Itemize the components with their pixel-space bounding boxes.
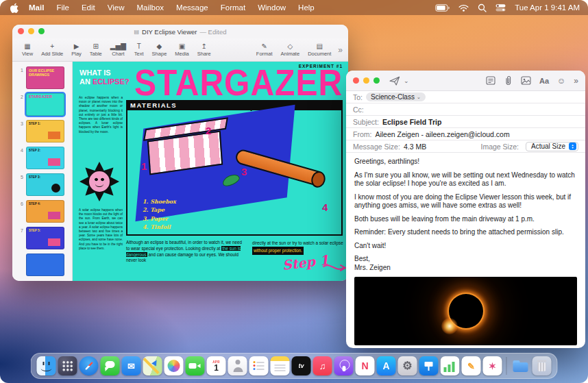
kn-tool-animate[interactable]: ◇ Animate — [277, 42, 304, 57]
kn-tool-media[interactable]: ▣ Media — [171, 42, 193, 57]
dock-icon-notes[interactable] — [271, 356, 290, 375]
kn-tool-view[interactable]: ▦ View — [18, 42, 37, 57]
wifi-icon[interactable] — [458, 4, 469, 12]
subject-field[interactable]: Subject: Eclipse Field Trip — [346, 116, 585, 128]
zoom-button[interactable] — [38, 28, 45, 34]
dock-icon-freeform[interactable]: ✶ — [483, 356, 502, 375]
kn-tool-play[interactable]: ▶ Play — [67, 42, 86, 57]
dock-icon-music[interactable]: ♫ — [313, 356, 332, 375]
kn-tool-text[interactable]: T Text — [130, 42, 148, 57]
sun-illustration — [79, 162, 119, 201]
body-paragraph: Greetings, earthlings! — [354, 158, 577, 166]
minimize-button[interactable] — [28, 28, 34, 34]
menu-format[interactable]: Format — [215, 3, 252, 12]
kn-tool-table[interactable]: ⊞ Table — [86, 42, 106, 57]
slide-canvas[interactable]: EXPERIMENT #1 WHAT IS AN ECLIPSE? STARGA… — [73, 62, 348, 281]
format-text-icon[interactable]: Aa — [539, 77, 549, 85]
dock-icon-safari[interactable] — [79, 356, 99, 375]
slide-thumb-5[interactable]: 5 STEP 3: — [12, 171, 72, 198]
slide-thumbnail[interactable]: STEP 5: — [26, 227, 64, 249]
dock-icon-tv[interactable]: tv — [292, 356, 311, 375]
minimize-button[interactable] — [363, 77, 369, 84]
body-paragraph: As I'm sure you all know, we will be set… — [354, 171, 577, 188]
slide-thumb-7[interactable]: 7 STEP 5: — [12, 225, 72, 251]
slide-thumbnail[interactable]: STEP 1: — [26, 120, 64, 143]
dock-icon-pages[interactable]: ✎ — [462, 356, 481, 375]
dock-icon-news[interactable]: N — [356, 356, 375, 375]
image-size-dropdown[interactable]: Actual Size ▲▼ — [526, 142, 578, 151]
dock-icon-contacts[interactable] — [228, 356, 247, 375]
recipient-token[interactable]: Science-Class ⌄ — [366, 92, 426, 101]
dock-icon-trash[interactable] — [532, 356, 552, 375]
dock-icon-app-store[interactable]: A — [377, 356, 396, 375]
dock-icon-mail[interactable]: ✉ — [122, 356, 141, 375]
dock-icon-messages[interactable] — [101, 356, 120, 375]
attach-icon[interactable] — [504, 75, 513, 86]
menu-view[interactable]: View — [101, 3, 131, 12]
menu-bar-clock[interactable]: Tue Apr 1 9:41 AM — [515, 3, 580, 12]
menu-window[interactable]: Window — [252, 3, 292, 12]
close-button[interactable] — [18, 28, 24, 34]
emoji-icon[interactable]: ☺ — [557, 76, 565, 86]
slide-thumb-4[interactable]: 4 STEP 2: — [12, 145, 72, 171]
dock-icon-keynote[interactable] — [419, 356, 439, 375]
eclipse-photo-attachment[interactable] — [354, 277, 577, 345]
slide-thumb-6[interactable]: 6 STEP 4: — [12, 198, 72, 225]
header-fields-icon[interactable] — [486, 76, 495, 85]
zoom-button[interactable] — [373, 77, 380, 84]
dock-icon-settings[interactable]: ⚙ — [398, 356, 417, 375]
kn-tool-chart[interactable]: ▂▅▇ Chart — [106, 42, 130, 57]
dock-icon-facetime[interactable] — [186, 356, 205, 375]
dock-icon-reminders[interactable] — [249, 356, 269, 375]
kn-tool-shape[interactable]: ◆ Shape — [148, 42, 171, 57]
kn-tool-share[interactable]: ↥ Share — [193, 42, 215, 57]
message-size-row: Message Size: 4.3 MB Image Size: Actual … — [346, 140, 585, 153]
menu-file[interactable]: File — [50, 3, 75, 12]
menu-help[interactable]: Help — [292, 3, 321, 12]
battery-icon[interactable] — [435, 4, 450, 12]
body-paragraph: Reminder: Every student needs to bring t… — [354, 228, 577, 237]
insert-photo-icon[interactable] — [521, 76, 531, 85]
kn-tool-document[interactable]: ▤ Document — [304, 42, 335, 57]
kn-tool-add-slide[interactable]: + Add Slide — [37, 42, 67, 57]
message-body[interactable]: Greetings, earthlings!As I'm sure you al… — [346, 153, 585, 345]
slide-thumbnail[interactable]: STEP 4: — [26, 200, 64, 223]
dock-icon-maps[interactable] — [143, 356, 162, 375]
menu-mailbox[interactable]: Mailbox — [130, 3, 170, 12]
toolbar-overflow-icon[interactable]: » — [574, 76, 578, 86]
dock-icon-finder[interactable] — [37, 356, 56, 375]
dock-icon-launchpad[interactable] — [58, 356, 77, 375]
spotlight-search-icon[interactable] — [478, 3, 487, 12]
from-field[interactable]: From: Aileen Zeigen - aileen.zeigen@iclo… — [346, 128, 585, 140]
slide-thumbnail[interactable] — [26, 254, 64, 276]
to-field[interactable]: To: Science-Class ⌄ — [346, 91, 585, 103]
slide-thumbnail[interactable]: OUR ECLIPSE DRAWINGS — [26, 66, 64, 89]
slide-thumb-2[interactable]: 2 STARGAZER — [12, 91, 72, 118]
highlight-protection: without proper protection. — [252, 247, 304, 254]
mail-titlebar[interactable]: ⌄ Aa ☺ » — [346, 71, 585, 91]
cc-field[interactable]: Cc: — [346, 103, 585, 116]
from-value: Aileen Zeigen - aileen.zeigen@icloud.com — [375, 130, 509, 138]
slide-thumb-3[interactable]: 3 STEP 1: — [12, 118, 72, 145]
dock-icon-downloads-folder[interactable] — [511, 356, 530, 375]
control-center-icon[interactable] — [495, 4, 506, 12]
dock-icon-podcasts[interactable] — [334, 356, 354, 375]
dock-icon-numbers[interactable] — [441, 356, 460, 375]
close-button[interactable] — [353, 77, 359, 84]
slide-thumbnail[interactable]: STEP 3: — [26, 173, 64, 196]
toolbar-overflow-icon[interactable]: » — [338, 45, 343, 55]
keynote-titlebar[interactable]: ▤ DIY Eclipse Viewer — Edited — [12, 25, 348, 38]
menu-mail[interactable]: Mail — [23, 3, 50, 12]
slide-thumbnail[interactable]: STEP 2: — [26, 147, 64, 169]
send-options-chevron-icon[interactable]: ⌄ — [404, 77, 409, 84]
slide-thumbnail[interactable]: STARGAZER — [26, 93, 64, 116]
dock-icon-calendar[interactable]: APR 1 — [207, 356, 226, 375]
menu-edit[interactable]: Edit — [75, 3, 101, 12]
send-icon[interactable] — [389, 76, 400, 86]
apple-menu[interactable] — [8, 3, 23, 13]
kn-tool-format[interactable]: ✎ Format — [252, 42, 277, 57]
slide-thumb-8[interactable] — [12, 251, 72, 278]
slide-thumb-1[interactable]: 1 OUR ECLIPSE DRAWINGS — [12, 64, 72, 91]
menu-message[interactable]: Message — [170, 3, 215, 12]
dock-icon-photos[interactable] — [164, 356, 184, 375]
